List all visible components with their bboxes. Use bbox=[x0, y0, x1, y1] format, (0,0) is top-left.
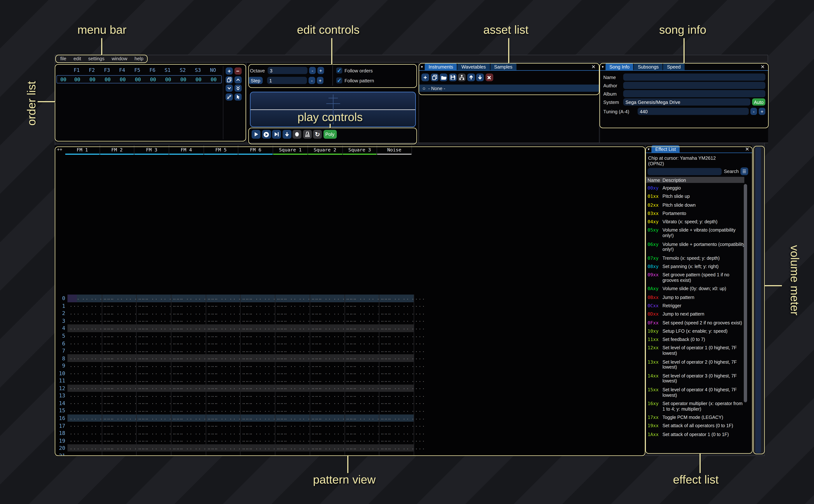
pattern-cell[interactable]: ........... bbox=[102, 429, 137, 437]
tuning-plus-button[interactable]: + bbox=[759, 108, 765, 115]
pattern-cell[interactable]: ........... bbox=[379, 392, 414, 399]
poly-toggle-button[interactable]: Poly bbox=[323, 130, 336, 139]
pattern-cell[interactable]: ........... bbox=[137, 362, 171, 370]
pattern-cell[interactable]: ........... bbox=[67, 295, 102, 302]
pattern-cell[interactable]: ........... bbox=[102, 384, 137, 392]
metronome-button[interactable] bbox=[303, 130, 312, 139]
pattern-cell[interactable]: ........... bbox=[275, 369, 310, 377]
pattern-cell[interactable]: ........... bbox=[275, 437, 310, 444]
effect-row[interactable]: 11xx Set feedback (0 to 7) bbox=[648, 337, 745, 342]
asset-move-up-button[interactable] bbox=[467, 74, 475, 81]
pattern-cell[interactable]: ........... bbox=[241, 422, 275, 429]
pattern-cell[interactable]: ........... bbox=[102, 444, 137, 452]
pattern-cell[interactable]: ........... bbox=[67, 384, 102, 392]
pattern-cell[interactable]: ........... bbox=[137, 384, 171, 392]
pattern-cell[interactable]: ........... bbox=[102, 392, 137, 399]
system-input[interactable]: Sega Genesis/Mega Drive bbox=[623, 98, 750, 106]
pattern-cell[interactable]: ........... bbox=[379, 377, 414, 384]
pattern-cell[interactable]: ........... bbox=[241, 347, 275, 354]
pattern-cell[interactable]: ........... bbox=[171, 392, 206, 399]
pattern-cell[interactable]: ........... bbox=[102, 302, 137, 310]
pattern-cell[interactable]: ........... bbox=[171, 369, 206, 377]
pattern-cell[interactable]: ........... bbox=[379, 444, 414, 452]
repeat-pattern-button[interactable]: ↻ bbox=[313, 130, 322, 139]
collapse-icon[interactable]: ▼ bbox=[419, 63, 425, 70]
pattern-cell[interactable]: ........... bbox=[379, 302, 414, 310]
pattern-cell[interactable]: ........... bbox=[345, 377, 379, 384]
asset-add-button[interactable]: + bbox=[422, 74, 429, 81]
pattern-cell[interactable]: ........... bbox=[241, 437, 275, 444]
follow-orders-checkbox[interactable]: ✓ bbox=[336, 67, 342, 74]
pattern-cell[interactable]: ........... bbox=[67, 422, 102, 429]
pattern-cell[interactable]: ........... bbox=[137, 377, 171, 384]
pattern-row[interactable]: 19 ........... ........... ........... .… bbox=[55, 437, 413, 444]
pattern-cell[interactable]: ........... bbox=[67, 347, 102, 354]
pattern-cell[interactable]: ........... bbox=[310, 392, 345, 399]
pattern-cell[interactable]: ........... bbox=[379, 399, 414, 407]
effect-list-tab[interactable]: Effect List bbox=[651, 145, 680, 153]
step-minus-button[interactable]: - bbox=[308, 77, 315, 84]
pattern-cell[interactable]: ........... bbox=[379, 369, 414, 377]
song-info-tab[interactable]: Subsongs bbox=[634, 63, 663, 70]
pattern-cell[interactable]: ........... bbox=[241, 444, 275, 452]
pattern-cell[interactable]: ........... bbox=[137, 392, 171, 399]
pattern-cell[interactable]: ........... bbox=[379, 332, 414, 340]
order-cell[interactable]: 00 bbox=[191, 77, 206, 82]
order-cell[interactable]: 00 bbox=[145, 77, 160, 82]
pattern-cell[interactable]: ........... bbox=[379, 295, 414, 302]
pattern-cell[interactable]: ........... bbox=[379, 325, 414, 332]
effect-row[interactable]: 01xx Pitch slide up bbox=[648, 194, 745, 200]
pattern-cell[interactable]: ........... bbox=[310, 377, 345, 384]
pattern-cell[interactable]: ........... bbox=[137, 309, 171, 317]
pattern-cell[interactable]: ........... bbox=[206, 295, 241, 302]
pattern-cell[interactable]: ........... bbox=[345, 414, 379, 422]
channel-header[interactable]: Noise bbox=[377, 145, 412, 155]
pattern-cell[interactable]: ........... bbox=[310, 384, 345, 392]
pattern-cell[interactable]: ........... bbox=[67, 325, 102, 332]
pattern-cell[interactable]: ........... bbox=[206, 407, 241, 414]
effect-row[interactable]: 0Bxx Jump to pattern bbox=[648, 295, 745, 300]
step-input[interactable]: 1 bbox=[267, 77, 307, 84]
pattern-row[interactable]: 0 ........... ........... ........... ..… bbox=[55, 295, 413, 302]
channel-header[interactable]: FM 1 bbox=[65, 145, 100, 155]
pattern-cell[interactable]: ........... bbox=[137, 444, 171, 452]
pattern-cell[interactable]: ........... bbox=[310, 369, 345, 377]
effect-row[interactable]: 0Dxx Jump to next pattern bbox=[648, 312, 745, 317]
pattern-cell[interactable]: ........... bbox=[67, 362, 102, 370]
asset-open-button[interactable] bbox=[440, 74, 448, 81]
pattern-cell[interactable]: ........... bbox=[102, 295, 137, 302]
pattern-cell[interactable]: ........... bbox=[171, 384, 206, 392]
effect-row[interactable]: 16xy Set operator multiplier (x: operato… bbox=[648, 401, 745, 412]
pattern-cell[interactable]: ........... bbox=[275, 384, 310, 392]
play-pattern-button[interactable] bbox=[262, 130, 271, 139]
pattern-cell[interactable]: ........... bbox=[275, 302, 310, 310]
pattern-cell[interactable]: ........... bbox=[379, 384, 414, 392]
pattern-cell[interactable]: ........... bbox=[206, 444, 241, 452]
order-duplicate-button[interactable] bbox=[226, 76, 233, 83]
channel-header[interactable]: FM 5 bbox=[204, 145, 238, 155]
pattern-cell[interactable]: ........... bbox=[171, 325, 206, 332]
pattern-cell[interactable]: ........... bbox=[345, 347, 379, 354]
asset-duplicate-button[interactable] bbox=[431, 74, 438, 81]
pattern-cell[interactable]: ........... bbox=[275, 392, 310, 399]
pattern-cell[interactable]: ........... bbox=[241, 377, 275, 384]
pattern-cell[interactable]: ........... bbox=[171, 309, 206, 317]
order-move-up-button[interactable] bbox=[234, 76, 241, 83]
pattern-cell[interactable]: ........... bbox=[275, 452, 310, 455]
pattern-cell[interactable]: ........... bbox=[102, 325, 137, 332]
pattern-cell[interactable]: ........... bbox=[171, 302, 206, 310]
pattern-row[interactable]: 12 ........... ........... ........... .… bbox=[55, 384, 413, 392]
pattern-cell[interactable]: ........... bbox=[310, 422, 345, 429]
pattern-row[interactable]: 8 ........... ........... ........... ..… bbox=[55, 354, 413, 362]
pattern-cell[interactable]: ........... bbox=[275, 362, 310, 370]
effect-row[interactable]: 0Axy Volume slide (0y: down; x0: up) bbox=[648, 286, 745, 292]
step-button[interactable]: Step bbox=[248, 77, 263, 84]
song-field-input[interactable] bbox=[623, 82, 765, 89]
effect-row[interactable]: 1Axx Set attack of operator 1 (0 to 1F) bbox=[648, 432, 745, 437]
pattern-cell[interactable]: ........... bbox=[206, 429, 241, 437]
effect-list-close-icon[interactable]: ✕ bbox=[745, 146, 749, 152]
pattern-cell[interactable]: ........... bbox=[137, 340, 171, 347]
pattern-cell[interactable]: ........... bbox=[310, 295, 345, 302]
pattern-cell[interactable]: ........... bbox=[137, 407, 171, 414]
pattern-cell[interactable]: ........... bbox=[379, 309, 414, 317]
